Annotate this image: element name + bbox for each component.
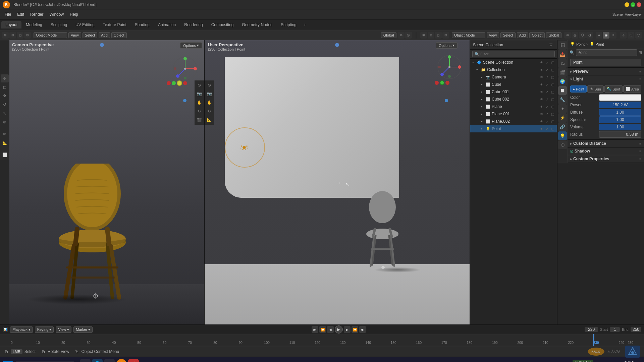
outliner-cube[interactable]: ▸ ⬜ Cube 👁 ↗ ▢ [470,81,557,88]
current-frame[interactable]: 230 [585,327,598,332]
viewport-icon-1[interactable]: ⊞ [2,32,9,39]
timeline-ruler[interactable]: 0 10 20 30 40 50 60 70 80 90 100 110 120… [0,334,644,346]
edge-icon[interactable]: 🌐 [92,359,103,362]
eye-cube[interactable]: 👁 [539,83,544,86]
cursor-icon[interactable]: ↗ [545,61,549,64]
proportional-icon[interactable]: ◎ [405,32,412,39]
custom-props-header[interactable]: ▸ Custom Properties ≡ [568,155,644,163]
cursor-plane002[interactable]: ↗ [545,120,549,123]
outliner-plane001[interactable]: ▸ ⬜ Plane.001 👁 ↗ ▢ [470,110,557,118]
eye-plane[interactable]: 👁 [539,105,544,109]
rotate-tool[interactable]: ↺ [1,101,9,109]
modifier-props-tab[interactable]: 🔧 [558,95,567,104]
currency-indicator[interactable]: USD/EUR +0.56% [573,360,593,362]
preview-menu-icon[interactable]: ≡ [639,70,641,73]
gizmo-icon[interactable]: ⊹ [620,32,627,39]
nav-gizmo-left[interactable] [172,55,199,82]
viewport-icon-r4[interactable]: ⊡ [442,32,449,39]
constraints-props-tab[interactable]: 🔗 [558,122,567,131]
view-layer-props-tab[interactable]: 🗂 [558,59,567,68]
clock[interactable]: 18:10 12/15/2023 [618,360,634,362]
volume-value[interactable]: 1.00 [599,124,641,130]
custom-props-menu-icon[interactable]: ≡ [639,157,641,161]
menu-edit[interactable]: Edit [14,11,27,17]
prev-frame-button[interactable]: ◀ [327,326,334,333]
zoom-fit-icon[interactable]: ⊙ [195,81,203,89]
light-type-spot[interactable]: 🔦 Spot [604,85,623,93]
zoom-fit-r-icon[interactable]: ⊙ [205,81,213,89]
cursor-plane001[interactable]: ↗ [545,112,549,116]
physics-props-tab[interactable]: ⚡ [558,113,567,122]
eye-plane001[interactable]: 👁 [539,112,544,116]
render-cube001[interactable]: ▢ [550,90,555,94]
view-menu[interactable]: View ▾ [56,326,71,333]
cursor-collection[interactable]: ↗ [545,68,549,72]
viewport-icon-4[interactable]: ⊡ [24,32,31,39]
tab-compositing[interactable]: Compositing [207,21,238,28]
view-left[interactable]: View [68,32,81,38]
move-tool[interactable]: ✥ [1,92,9,100]
object-mode-right[interactable]: Object Mode [452,32,485,38]
add-left[interactable]: Add [99,32,110,38]
object-left[interactable]: Object [111,32,127,38]
select-left[interactable]: Select [83,32,98,38]
snap-icon-r[interactable]: ⊕ [564,32,571,39]
color-value[interactable] [599,94,641,101]
options-right[interactable]: Options ▾ [436,42,458,49]
global-left[interactable]: Global [381,32,396,38]
add-right[interactable]: Add [517,32,528,38]
next-frame-button[interactable]: ▶ [344,326,351,333]
eye-camera[interactable]: 👁 [539,75,544,79]
measure-r-icon[interactable]: 📐 [205,116,213,124]
eye-plane002[interactable]: 👁 [539,120,544,123]
play-button[interactable]: ▶ [335,325,343,334]
object-mode-left[interactable]: Object Mode [34,32,67,38]
marker-menu[interactable]: Marker ▾ [73,326,93,333]
outliner-filter-icon[interactable]: ▽ [547,42,554,48]
outliner-point[interactable]: ▸ 💡 Point 👁 ↗ ▢ [470,125,557,132]
cursor-point[interactable]: ↗ [545,127,549,131]
outliner-plane002[interactable]: ▸ ⬜ Plane.002 👁 ↗ ▢ [470,118,557,125]
camera-icon[interactable]: 📷 [195,90,203,98]
scale-tool[interactable]: ⤡ [1,109,9,117]
outliner-camera[interactable]: ▸ 📷 Camera 👁 ↗ ▢ [470,73,557,81]
custom-distance-header[interactable]: ▸ Custom Distance ≡ [568,140,644,147]
cursor-camera[interactable]: ↗ [545,75,549,79]
diffuse-value[interactable]: 1.00 [599,109,641,116]
add-workspace-button[interactable]: + [301,21,309,29]
menu-file[interactable]: File [2,11,14,17]
timeline-icon[interactable]: 📊 [3,327,8,332]
start-button[interactable]: ⊞ [3,361,13,362]
scene-props-tab[interactable]: 🎬 [558,68,567,77]
blender-icon[interactable]: 🔶 [116,359,127,362]
store-icon[interactable]: 🛍 [104,359,115,362]
object-props-tab[interactable]: 🔲 [558,86,567,95]
material-props-tab[interactable]: ⬡ [558,140,567,149]
viewport-icon-r3[interactable]: ◻ [435,32,442,39]
render-plane002[interactable]: ▢ [550,120,555,123]
minimize-button[interactable]: ─ [625,2,629,7]
outliner-search-input[interactable] [472,51,555,57]
overlay-icon[interactable]: ⬡ [579,32,586,39]
jump-end-button[interactable]: ⏭ [359,326,366,333]
viewport-icon-2[interactable]: ⊟ [9,32,16,39]
output-props-tab[interactable]: 📤 [558,50,567,59]
start-frame[interactable]: 1 [610,327,620,332]
light-type-sun[interactable]: ☀ Sun [587,85,604,93]
tab-texture-paint[interactable]: Texture Paint [99,21,130,28]
menu-render[interactable]: Render [28,11,46,17]
rotate-view-icon[interactable]: ↻ [195,107,203,115]
render-cube002[interactable]: ▢ [550,98,555,101]
eye-icon[interactable]: 👁 [539,61,544,64]
hand-r-icon[interactable]: ✋ [205,99,213,107]
eye-cube001[interactable]: 👁 [539,90,544,94]
shadow-checkbox[interactable]: ☑ [570,149,573,153]
render-camera[interactable]: ▢ [550,75,555,79]
cursor-tool[interactable]: ✛ [1,74,9,82]
eye-collection[interactable]: 👁 [539,68,544,72]
particles-props-tab[interactable]: ✦ [558,104,567,113]
measure-tool[interactable]: 📐 [1,139,9,147]
menu-help[interactable]: Help [67,11,81,17]
rotate-r-icon[interactable]: ↻ [205,107,213,115]
options-left[interactable]: Options ▾ [180,42,202,49]
